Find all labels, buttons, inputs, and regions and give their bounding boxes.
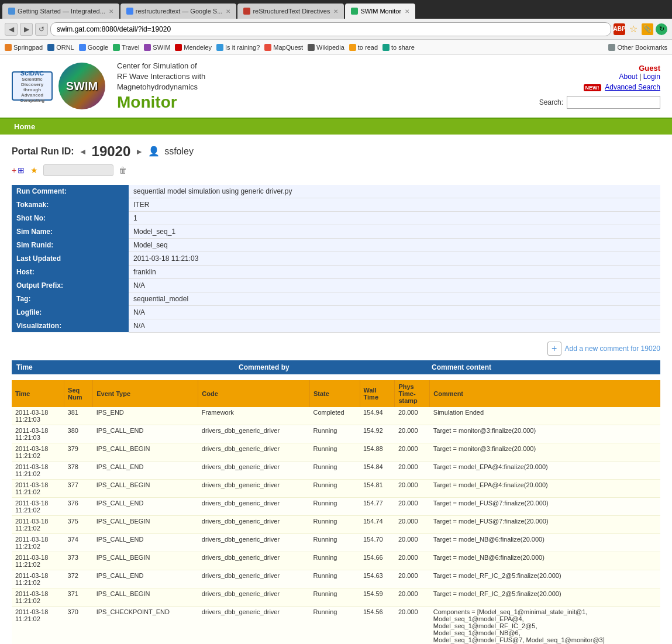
- tab-close-4[interactable]: ✕: [405, 8, 409, 15]
- log-table-row: 2011-03-18 11:21:02 370 IPS_CHECKPOINT_E…: [12, 606, 660, 644]
- log-wall: 154.66: [360, 552, 395, 570]
- abp-icon[interactable]: ABP: [614, 23, 625, 35]
- bookmark-wikipedia[interactable]: Wikipedia: [308, 44, 344, 51]
- bookmark-springpad[interactable]: Springpad: [5, 44, 43, 51]
- bookmark-icon[interactable]: 📎: [642, 23, 653, 35]
- bookmark-toshare[interactable]: to share: [382, 44, 415, 51]
- log-wall: 154.77: [360, 497, 395, 515]
- sync-icon[interactable]: ↻: [656, 23, 667, 35]
- auth-links: About | Login: [539, 73, 660, 81]
- log-event: IPS_CALL_END: [93, 461, 198, 479]
- log-seq: 379: [64, 443, 93, 461]
- back-button[interactable]: ◀: [5, 23, 18, 36]
- prev-run-button[interactable]: ◄: [79, 147, 87, 156]
- info-label: Logfile:: [12, 305, 129, 319]
- log-code: drivers_dbb_generic_driver: [198, 570, 310, 588]
- log-phys: 20.000: [395, 425, 430, 443]
- log-phys: 20.000: [395, 497, 430, 515]
- tab-close-3[interactable]: ✕: [333, 8, 338, 15]
- tag-bar: [43, 164, 113, 176]
- other-icon: [608, 44, 615, 51]
- info-value: sequential model simulation using generi…: [129, 185, 660, 198]
- log-state: Running: [309, 461, 360, 479]
- tab-close-1[interactable]: ✕: [109, 8, 113, 15]
- info-label: Output Prefix:: [12, 278, 129, 292]
- bookmark-google[interactable]: Google: [79, 44, 108, 51]
- forward-button[interactable]: ▶: [20, 23, 33, 36]
- browser-chrome: Getting Started — Integrated... ✕ restru…: [0, 0, 672, 55]
- favorite-button[interactable]: ★: [28, 164, 40, 176]
- site-title: Center for Simulation ofRF Wave Interact…: [117, 61, 205, 112]
- toshare-icon: [382, 44, 390, 51]
- nav-home-link[interactable]: Home: [6, 119, 43, 135]
- scidac-logo: SciDAC Scientific Discovery through Adva…: [12, 71, 53, 101]
- mapquest-icon: [264, 44, 271, 51]
- log-event: IPS_CALL_BEGIN: [93, 479, 198, 497]
- search-input[interactable]: [567, 96, 660, 109]
- tag-icon: ⊞: [18, 166, 25, 175]
- comments-time-header: Time: [12, 360, 234, 374]
- plus-red-icon: +: [12, 166, 16, 175]
- info-value: Model_seq_1: [129, 225, 660, 238]
- log-seq: 380: [64, 425, 93, 443]
- log-event: IPS_END: [93, 407, 198, 425]
- add-comment-label[interactable]: Add a new comment for 19020: [565, 345, 660, 353]
- bookmark-other[interactable]: Other Bookmarks: [608, 44, 667, 51]
- next-run-button[interactable]: ►: [135, 147, 143, 156]
- bookmark-travel[interactable]: Travel: [113, 44, 139, 51]
- nav-menu: Home: [0, 119, 672, 135]
- tab-getting-started[interactable]: Getting Started — Integrated... ✕: [2, 4, 119, 19]
- log-event: IPS_CALL_BEGIN: [93, 552, 198, 570]
- star-nav-icon[interactable]: ☆: [628, 23, 639, 35]
- log-event: IPS_CHECKPOINT_END: [93, 606, 198, 644]
- top-right: Guest About | Login NEW! Advanced Search…: [539, 64, 660, 109]
- log-wall: 154.92: [360, 425, 395, 443]
- bookmark-mapquest[interactable]: MapQuest: [264, 44, 303, 51]
- bookmark-mendeley[interactable]: Mendeley: [175, 44, 212, 51]
- tab-bar: Getting Started — Integrated... ✕ restru…: [0, 0, 672, 19]
- bookmark-ornl[interactable]: ORNL: [47, 44, 74, 51]
- login-link[interactable]: Login: [643, 73, 660, 81]
- nav-bar: ◀ ▶ ↺ ABP ☆ 📎 ↻: [0, 19, 672, 40]
- site-header: SciDAC Scientific Discovery through Adva…: [0, 55, 672, 119]
- username: ssfoley: [164, 146, 194, 157]
- log-comment: Target = model_RF_IC_2@5:finalize(20.000…: [430, 588, 660, 606]
- guest-label: Guest: [539, 64, 660, 73]
- log-wall: 154.56: [360, 606, 395, 644]
- log-wall: 154.74: [360, 515, 395, 533]
- bookmark-swim[interactable]: SWIM: [144, 44, 170, 51]
- tab-google[interactable]: restructuredtext — Google S... ✕: [120, 4, 237, 19]
- comment-section: + Add a new comment for 19020 Time Comme…: [12, 342, 660, 374]
- tab-close-2[interactable]: ✕: [226, 8, 230, 15]
- tab-rst[interactable]: reStructuredText Directives ✕: [237, 4, 344, 19]
- log-seq: 378: [64, 461, 93, 479]
- log-code: drivers_dbb_generic_driver: [198, 588, 310, 606]
- log-table-row: 2011-03-18 11:21:02 372 IPS_CALL_END dri…: [12, 570, 660, 588]
- log-comment: Target = model_EPA@4:finalize(20.000): [430, 479, 660, 497]
- add-tag-button[interactable]: + ⊞: [12, 166, 25, 175]
- add-comment-button[interactable]: +: [547, 342, 561, 356]
- log-state: Running: [309, 443, 360, 461]
- bookmark-rain[interactable]: Is it raining?: [216, 44, 260, 51]
- log-code: drivers_dbb_generic_driver: [198, 461, 310, 479]
- advanced-search-link[interactable]: Advanced Search: [605, 83, 660, 91]
- search-row: Search:: [539, 96, 660, 109]
- info-label: Shot No:: [12, 211, 129, 225]
- log-seq: 374: [64, 533, 93, 552]
- logo-area: SciDAC Scientific Discovery through Adva…: [12, 61, 205, 112]
- delete-button[interactable]: 🗑: [117, 164, 129, 176]
- bookmark-toread[interactable]: to read: [349, 44, 378, 51]
- about-link[interactable]: About: [619, 73, 637, 81]
- refresh-button[interactable]: ↺: [35, 23, 48, 36]
- nav-item-home[interactable]: Home: [6, 119, 43, 135]
- comments-content-header: Comment content: [427, 360, 660, 374]
- tab-favicon-2: [126, 8, 133, 15]
- log-event: IPS_CALL_END: [93, 497, 198, 515]
- tab-swim-monitor[interactable]: SWIM Monitor ✕: [345, 4, 415, 19]
- url-bar[interactable]: [50, 22, 611, 36]
- log-comment: Target = model_NB@6:finalize(20.000): [430, 552, 660, 570]
- col-seq: SeqNum: [64, 380, 93, 407]
- log-code: drivers_dbb_generic_driver: [198, 497, 310, 515]
- log-comment: Simulation Ended: [430, 407, 660, 425]
- log-state: Running: [309, 570, 360, 588]
